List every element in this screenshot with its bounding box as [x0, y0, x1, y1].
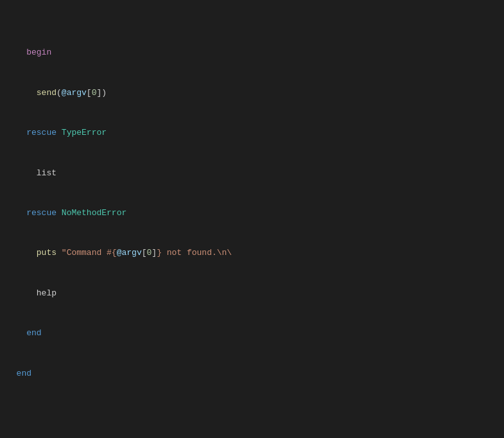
line-1: begin [0, 46, 504, 60]
line-3: rescue TypeError [0, 127, 504, 140]
line-7: help [0, 287, 504, 301]
line-5: rescue NoMethodError [0, 207, 504, 220]
line-9: end [0, 367, 504, 381]
line-2: send(@argv[0]) [0, 87, 504, 100]
line-6: puts "Command #{@argv[0]} not found.\n\ [0, 247, 504, 260]
line-4: list [0, 167, 504, 180]
line-8: end [0, 327, 504, 340]
code-editor: begin send(@argv[0]) rescue TypeError li… [0, 0, 504, 438]
line-10 [0, 407, 504, 421]
